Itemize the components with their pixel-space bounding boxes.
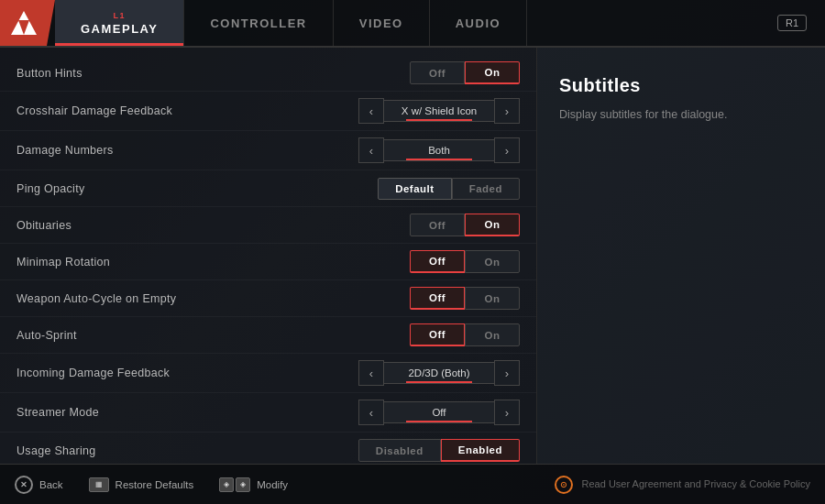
crosshair-carousel: ‹ X w/ Shield Icon › (358, 98, 520, 124)
restore-btn-icon: ▦ (89, 477, 109, 492)
restore-action[interactable]: ▦ Restore Defaults (89, 477, 194, 492)
nav-tabs: L1 GAMEPLAY CONTROLLER VIDEO AUDIO (55, 0, 759, 46)
incoming-damage-value: 2D/3D (Both) (384, 362, 494, 384)
setting-incoming-damage: Incoming Damage Feedback ‹ 2D/3D (Both) … (0, 354, 536, 393)
damage-numbers-next[interactable]: › (494, 137, 520, 163)
setting-usage-sharing: Usage Sharing Disabled Enabled (0, 433, 536, 464)
ping-faded[interactable]: Faded (452, 178, 520, 200)
incoming-damage-prev[interactable]: ‹ (358, 360, 384, 386)
streamer-prev[interactable]: ‹ (358, 400, 384, 425)
autosprint-toggle: Off On (410, 323, 520, 346)
damage-numbers-value: Both (384, 139, 494, 161)
minimap-off[interactable]: Off (410, 250, 465, 273)
button-hints-on[interactable]: On (465, 61, 520, 84)
damage-numbers-carousel: ‹ Both › (358, 137, 520, 163)
incoming-damage-carousel: ‹ 2D/3D (Both) › (358, 360, 520, 386)
top-nav: L1 GAMEPLAY CONTROLLER VIDEO AUDIO (0, 0, 825, 48)
obituaries-on[interactable]: On (465, 214, 520, 236)
streamer-mode-carousel: ‹ Off › (358, 400, 520, 425)
damage-numbers-prev[interactable]: ‹ (358, 137, 384, 163)
app-container: L1 GAMEPLAY CONTROLLER VIDEO AUDIO (0, 0, 825, 504)
bottom-bar: ✕ Back ▦ Restore Defaults ◈ ◈ Modify ⊙ R… (0, 464, 825, 504)
setting-minimap: Minimap Rotation Off On (0, 244, 536, 280)
autocycle-toggle: Off On (410, 287, 520, 310)
left-panel: Button Hints Off On Crosshair Damage Fee… (0, 48, 536, 464)
legal-icon: ⊙ (555, 476, 573, 494)
usage-sharing-toggle: Disabled Enabled (358, 439, 520, 462)
autosprint-off[interactable]: Off (410, 323, 465, 346)
l1-icon: L1 (113, 11, 126, 20)
tab-controller[interactable]: CONTROLLER (184, 0, 333, 46)
modify-btn-icon-2: ◈ (236, 477, 250, 492)
setting-ping-opacity: Ping Opacity Default Faded (0, 170, 536, 207)
setting-damage-numbers: Damage Numbers ‹ Both › (0, 131, 536, 170)
help-title: Subtitles (559, 75, 803, 96)
autosprint-on[interactable]: On (465, 323, 520, 346)
modify-btn-icon-1: ◈ (219, 477, 234, 492)
setting-button-hints: Button Hints Off On (0, 55, 536, 92)
obituaries-off[interactable]: Off (410, 214, 465, 236)
setting-autosprint: Auto-Sprint Off On (0, 317, 536, 354)
button-hints-off[interactable]: Off (410, 61, 465, 84)
tab-gameplay[interactable]: L1 GAMEPLAY (55, 0, 184, 46)
ping-default[interactable]: Default (378, 178, 451, 200)
minimap-on[interactable]: On (465, 250, 520, 273)
incoming-damage-next[interactable]: › (494, 360, 520, 386)
autocycle-on[interactable]: On (465, 287, 520, 310)
setting-weapon-autocycle: Weapon Auto-Cycle on Empty Off On (0, 280, 536, 317)
logo-icon (11, 11, 37, 35)
main-content: Button Hints Off On Crosshair Damage Fee… (0, 48, 825, 464)
back-action[interactable]: ✕ Back (15, 476, 63, 494)
ping-opacity-toggle: Default Faded (378, 178, 520, 200)
r1-indicator: R1 (759, 0, 825, 46)
back-btn-icon: ✕ (15, 476, 33, 494)
tab-audio[interactable]: AUDIO (430, 0, 527, 46)
crosshair-prev[interactable]: ‹ (358, 98, 384, 124)
streamer-next[interactable]: › (494, 400, 520, 425)
setting-obituaries: Obituaries Off On (0, 207, 536, 244)
setting-streamer-mode: Streamer Mode ‹ Off › (0, 393, 536, 433)
modify-action[interactable]: ◈ ◈ Modify (219, 477, 288, 492)
right-panel: Subtitles Display subtitles for the dial… (536, 48, 825, 464)
setting-crosshair: Crosshair Damage Feedback ‹ X w/ Shield … (0, 92, 536, 131)
usage-disabled[interactable]: Disabled (358, 439, 441, 462)
tab-video[interactable]: VIDEO (334, 0, 430, 46)
apex-logo (0, 0, 55, 46)
streamer-value: Off (384, 401, 494, 423)
obituaries-toggle: Off On (410, 214, 520, 236)
button-hints-toggle: Off On (410, 61, 520, 84)
help-description: Display subtitles for the dialogue. (559, 105, 803, 124)
crosshair-next[interactable]: › (494, 98, 520, 124)
usage-enabled[interactable]: Enabled (441, 439, 520, 462)
minimap-toggle: Off On (410, 250, 520, 273)
crosshair-value: X w/ Shield Icon (384, 100, 494, 122)
legal-link[interactable]: ⊙ Read User Agreement and Privacy & Cook… (555, 476, 810, 494)
autocycle-off[interactable]: Off (410, 287, 465, 310)
